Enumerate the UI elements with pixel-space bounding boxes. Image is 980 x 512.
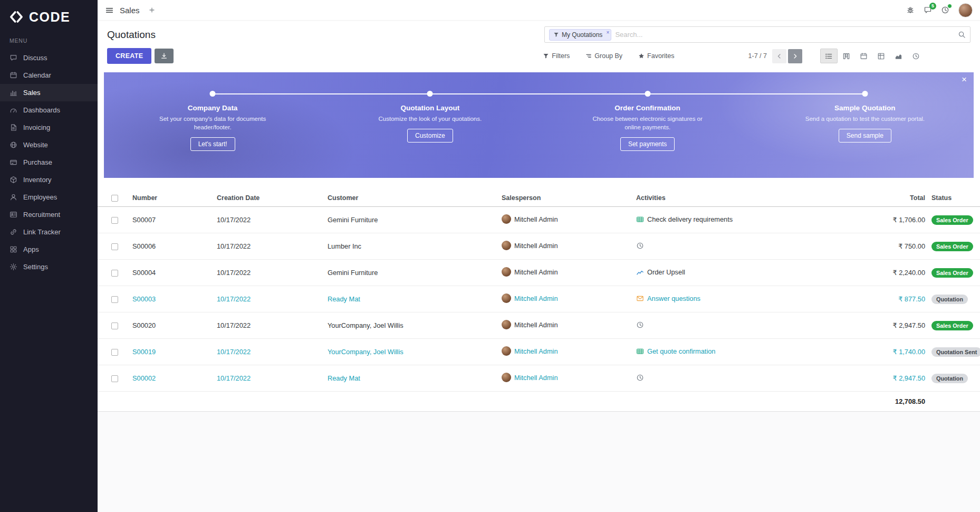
group-by-button[interactable]: Group By [585, 52, 622, 60]
row-date[interactable]: 10/17/2022 [214, 233, 324, 260]
row-date[interactable]: 10/17/2022 [214, 286, 324, 312]
pivot-view-button[interactable] [872, 49, 890, 63]
row-number[interactable]: S00019 [129, 339, 214, 365]
menu-toggle-icon[interactable] [105, 6, 114, 15]
plus-icon[interactable] [148, 6, 156, 14]
sidebar-item-link-tracker[interactable]: Link Tracker [0, 223, 98, 241]
select-all-checkbox[interactable] [111, 195, 118, 202]
row-salesperson[interactable]: Mitchell Admin [498, 286, 633, 312]
row-customer[interactable]: YourCompany, Joel Willis [324, 312, 498, 339]
step-action-button[interactable]: Set payments [620, 137, 675, 151]
column-header-number[interactable]: Number [129, 189, 214, 207]
graph-view-button[interactable] [890, 49, 907, 63]
export-button[interactable] [155, 49, 174, 63]
row-customer[interactable]: Ready Mat [324, 365, 498, 392]
row-checkbox[interactable] [111, 270, 118, 277]
row-total[interactable]: ₹ 2,240.00 [815, 260, 928, 286]
table-row[interactable]: S0000410/17/2022Gemini FurnitureMitchell… [98, 260, 980, 286]
row-customer[interactable]: Lumber Inc [324, 233, 498, 260]
pager-next-button[interactable] [788, 49, 802, 63]
sidebar-item-discuss[interactable]: Discuss [0, 49, 98, 67]
column-header-salesperson[interactable]: Salesperson [498, 189, 633, 207]
remove-filter-icon[interactable]: × [607, 30, 610, 36]
sidebar-item-purchase[interactable]: Purchase [0, 154, 98, 171]
table-row[interactable]: S0000210/17/2022Ready MatMitchell Admin₹… [98, 365, 980, 392]
step-action-button[interactable]: Let's start! [190, 137, 235, 151]
table-row[interactable]: S0000710/17/2022Gemini FurnitureMitchell… [98, 207, 980, 233]
search-filter-chip[interactable]: My Quotations × [549, 29, 611, 41]
column-header-total[interactable]: Total [815, 189, 928, 207]
sidebar-item-dashboards[interactable]: Dashboards [0, 101, 98, 119]
sidebar-item-settings[interactable]: Settings [0, 258, 98, 276]
row-salesperson[interactable]: Mitchell Admin [498, 207, 633, 233]
row-date[interactable]: 10/17/2022 [214, 339, 324, 365]
row-salesperson[interactable]: Mitchell Admin [498, 339, 633, 365]
favorites-button[interactable]: Favorites [638, 52, 674, 60]
column-header-status[interactable]: Status [928, 189, 980, 207]
create-button[interactable]: CREATE [107, 48, 151, 64]
column-header-creation-date[interactable]: Creation Date [214, 189, 324, 207]
row-activity[interactable]: Get quote confirmation [633, 339, 815, 365]
row-total[interactable]: ₹ 2,947.50 [815, 365, 928, 392]
row-activity[interactable] [633, 312, 815, 339]
close-icon[interactable]: × [962, 75, 967, 84]
table-row[interactable]: S0002010/17/2022YourCompany, Joel Willis… [98, 312, 980, 339]
sidebar-item-sales[interactable]: Sales [0, 84, 98, 101]
debug-button[interactable] [906, 6, 915, 14]
row-total[interactable]: ₹ 1,706.00 [815, 207, 928, 233]
row-number[interactable]: S00003 [129, 286, 214, 312]
row-number[interactable]: S00007 [129, 207, 214, 233]
row-date[interactable]: 10/17/2022 [214, 207, 324, 233]
row-checkbox[interactable] [111, 243, 118, 250]
row-number[interactable]: S00006 [129, 233, 214, 260]
sidebar-item-employees[interactable]: Employees [0, 188, 98, 206]
search-icon[interactable] [958, 31, 966, 39]
column-header-customer[interactable]: Customer [324, 189, 498, 207]
row-checkbox[interactable] [111, 349, 118, 356]
row-customer[interactable]: Gemini Furniture [324, 207, 498, 233]
list-view-button[interactable] [820, 49, 838, 63]
row-salesperson[interactable]: Mitchell Admin [498, 233, 633, 260]
row-customer[interactable]: Gemini Furniture [324, 260, 498, 286]
search-input[interactable] [615, 31, 954, 39]
sidebar-item-website[interactable]: Website [0, 136, 98, 154]
sidebar-item-recruitment[interactable]: Recruitment [0, 206, 98, 223]
kanban-view-button[interactable] [838, 49, 855, 63]
row-customer[interactable]: YourCompany, Joel Willis [324, 339, 498, 365]
row-date[interactable]: 10/17/2022 [214, 312, 324, 339]
row-salesperson[interactable]: Mitchell Admin [498, 312, 633, 339]
row-date[interactable]: 10/17/2022 [214, 260, 324, 286]
row-activity[interactable]: Check delivery requirements [633, 207, 815, 233]
row-number[interactable]: S00002 [129, 365, 214, 392]
step-action-button[interactable]: Customize [407, 129, 453, 143]
sidebar-item-calendar[interactable]: Calendar [0, 67, 98, 84]
search-bar[interactable]: My Quotations × [544, 26, 971, 43]
column-header-activities[interactable]: Activities [633, 189, 815, 207]
row-number[interactable]: S00004 [129, 260, 214, 286]
calendar-view-button[interactable] [855, 49, 872, 63]
row-activity[interactable] [633, 365, 815, 392]
messages-button[interactable]: 5 [924, 6, 932, 14]
sidebar-item-inventory[interactable]: Inventory [0, 171, 98, 188]
pager-previous-button[interactable] [772, 49, 786, 63]
row-checkbox[interactable] [111, 323, 118, 329]
row-total[interactable]: ₹ 877.50 [815, 286, 928, 312]
row-salesperson[interactable]: Mitchell Admin [498, 260, 633, 286]
row-date[interactable]: 10/17/2022 [214, 365, 324, 392]
activity-view-button[interactable] [907, 49, 925, 63]
row-activity[interactable]: Answer questions [633, 286, 815, 312]
row-total[interactable]: ₹ 2,947.50 [815, 312, 928, 339]
table-row[interactable]: S0000310/17/2022Ready MatMitchell AdminA… [98, 286, 980, 312]
row-customer[interactable]: Ready Mat [324, 286, 498, 312]
table-row[interactable]: S0000610/17/2022Lumber IncMitchell Admin… [98, 233, 980, 260]
row-checkbox[interactable] [111, 375, 118, 382]
app-title[interactable]: Sales [120, 6, 140, 15]
row-checkbox[interactable] [111, 296, 118, 303]
row-activity[interactable]: Order Upsell [633, 260, 815, 286]
row-total[interactable]: ₹ 1,740.00 [815, 339, 928, 365]
row-checkbox[interactable] [111, 217, 118, 224]
sidebar-item-invoicing[interactable]: Invoicing [0, 119, 98, 136]
filters-button[interactable]: Filters [543, 52, 570, 60]
row-number[interactable]: S00020 [129, 312, 214, 339]
row-activity[interactable] [633, 233, 815, 260]
